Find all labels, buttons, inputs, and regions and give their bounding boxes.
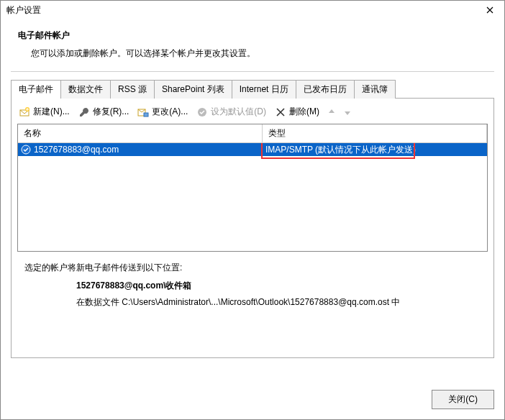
column-type[interactable]: 类型 (263, 124, 487, 143)
footer: 关闭(C) (432, 390, 494, 409)
tab-datafiles[interactable]: 数据文件 (60, 80, 111, 99)
column-name[interactable]: 名称 (18, 124, 263, 143)
table-row[interactable]: 1527678883@qq.com IMAP/SMTP (默认情况下从此帐户发送… (18, 143, 487, 156)
change-button[interactable]: 更改(A)... (135, 104, 191, 119)
close-button[interactable] (476, 1, 504, 19)
delete-icon (275, 106, 286, 118)
tab-published-cal[interactable]: 已发布日历 (296, 80, 355, 99)
tab-rss[interactable]: RSS 源 (110, 80, 155, 99)
delivery-path: 在数据文件 C:\Users\Administrator\...\Microso… (24, 296, 481, 309)
change-label: 更改(A)... (152, 106, 188, 118)
window-title: 帐户设置 (6, 4, 41, 17)
delivery-section: 选定的帐户将新电子邮件传送到以下位置: 1527678883@qq.com\收件… (12, 252, 493, 314)
toolbar: 新建(N)... 修复(R)... 更改(A)... 设为默认值(D) 删除(M… (12, 99, 493, 124)
svg-rect-3 (144, 113, 148, 117)
page-subtitle: 您可以添加或删除帐户。可以选择某个帐户并更改其设置。 (18, 47, 487, 60)
delete-button[interactable]: 删除(M) (272, 104, 322, 119)
delivery-label: 选定的帐户将新电子邮件传送到以下位置: (24, 262, 481, 274)
new-icon (19, 106, 30, 118)
tab-panel: 新建(N)... 修复(R)... 更改(A)... 设为默认值(D) 删除(M… (11, 98, 494, 358)
page-title: 电子邮件帐户 (18, 29, 487, 42)
tab-email[interactable]: 电子邮件 (11, 80, 61, 99)
delivery-location: 1527678883@qq.com\收件箱 (24, 274, 481, 296)
arrow-up-icon (328, 109, 335, 116)
wrench-icon (78, 106, 90, 118)
move-down-button (341, 107, 354, 117)
new-label: 新建(N)... (33, 106, 70, 118)
new-button[interactable]: 新建(N)... (16, 104, 73, 119)
check-circle-icon (196, 106, 208, 118)
close-dialog-button[interactable]: 关闭(C) (432, 390, 494, 409)
move-up-button (325, 107, 338, 117)
list-body[interactable]: 1527678883@qq.com IMAP/SMTP (默认情况下从此帐户发送… (18, 143, 487, 251)
tab-addressbook[interactable]: 通讯簿 (354, 80, 396, 99)
list-header: 名称 类型 (18, 124, 487, 143)
default-label: 设为默认值(D) (211, 106, 266, 118)
repair-button[interactable]: 修复(R)... (76, 104, 132, 119)
tab-sharepoint[interactable]: SharePoint 列表 (154, 80, 232, 99)
account-name: 1527678883@qq.com (34, 145, 119, 155)
change-icon (137, 106, 149, 118)
set-default-button: 设为默认值(D) (194, 104, 269, 119)
repair-label: 修复(R)... (93, 106, 129, 118)
arrow-down-icon (344, 109, 351, 116)
accounts-list: 名称 类型 1527678883@qq.com IMAP/SMTP (默认情况下… (17, 124, 488, 252)
tab-internet-cal[interactable]: Internet 日历 (232, 80, 296, 99)
close-icon (486, 6, 493, 14)
header: 电子邮件帐户 您可以添加或删除帐户。可以选择某个帐户并更改其设置。 (1, 19, 504, 64)
default-account-icon (21, 145, 31, 155)
delete-label: 删除(M) (289, 106, 319, 118)
tabs: 电子邮件 数据文件 RSS 源 SharePoint 列表 Internet 日… (1, 72, 504, 98)
account-type: IMAP/SMTP (默认情况下从此帐户发送) (265, 144, 416, 156)
